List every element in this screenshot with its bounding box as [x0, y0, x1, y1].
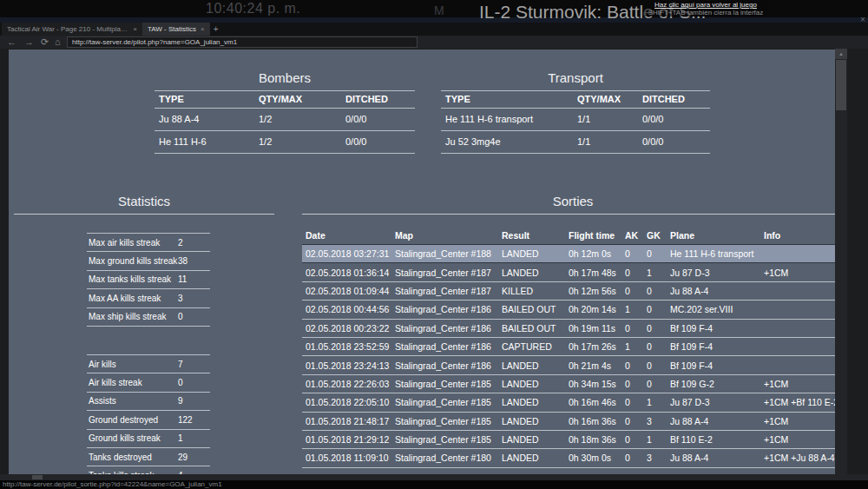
back-icon[interactable]: ←: [7, 36, 16, 49]
qty-max-value: 1/2: [254, 109, 341, 130]
forward-icon[interactable]: →: [24, 36, 34, 49]
sortie-ground-kills: 0: [647, 360, 670, 371]
stat-value: 1: [178, 433, 210, 443]
browser-viewport: Bombers TYPEQTY/MAXDITCHED Ju 88 A-4 1/2…: [0, 49, 868, 474]
sortie-date: 01.05.2018 21:48:17: [306, 416, 395, 426]
tab-taw-statistics[interactable]: TAW - Statistics ×: [142, 23, 210, 36]
bombers-row: He 111 H-6 1/2 0/0/0: [155, 131, 415, 154]
sortie-date: 02.05.2018 01:09:44: [306, 286, 395, 296]
horizontal-scrollbar-thumb[interactable]: [32, 475, 43, 479]
sortie-flight-time: 0h 17m 48s: [569, 268, 625, 278]
tab-close-icon[interactable]: ×: [201, 25, 205, 33]
qty-max-value: 1/1: [573, 131, 638, 153]
sortie-air-kills: 0: [625, 453, 647, 463]
scroll-up-icon[interactable]: ▲: [835, 49, 847, 59]
url-input[interactable]: http://taw-server.de/pilot.php?name=GOA_…: [67, 36, 418, 48]
stat-value: 7: [178, 360, 210, 369]
sortie-flight-time: 0h 19m 11s: [569, 323, 625, 334]
ditched-value: 0/0/0: [341, 131, 415, 153]
taw-pilot-page: Bombers TYPEQTY/MAXDITCHED Ju 88 A-4 1/2…: [9, 50, 844, 474]
sortie-info: +1CM: [764, 434, 844, 445]
sortie-plane: Ju 87 D-3: [670, 397, 764, 407]
sortie-result: LANDED: [502, 416, 569, 426]
column-header: Flight time: [569, 230, 625, 241]
sortie-ground-kills: 0: [647, 323, 670, 334]
sortie-result: LANDED: [502, 453, 569, 463]
horizontal-scrollbar[interactable]: [0, 474, 868, 480]
bombers-rows: Ju 88 A-4 1/2 0/0/0 He 111 H-6 1/2 0/0/0: [155, 109, 415, 154]
sortie-plane: Ju 87 D-3: [670, 268, 764, 278]
sortie-info: +1CM +Bf 110 E-2: [764, 397, 844, 407]
vertical-scrollbar-thumb[interactable]: [836, 60, 846, 110]
sortie-map: Stalingrad_Center #185: [395, 416, 502, 426]
sortie-ground-kills: 3: [647, 416, 670, 426]
sortie-air-kills: 0: [625, 379, 647, 389]
statistics-row: Air kills 7: [87, 355, 210, 373]
refresh-icon[interactable]: ⟳: [41, 36, 49, 49]
sortie-result: CAPTURED: [502, 341, 569, 352]
bombers-row: Ju 88 A-4 1/2 0/0/0: [155, 109, 415, 131]
sortie-row[interactable]: 02.05.2018 00:44:56 Stalingrad_Center #1…: [302, 301, 844, 319]
statistics-row: Max tanks kills streak 11: [87, 271, 210, 289]
return-to-game-link[interactable]: Haz clic aquí para volver al juego: [644, 1, 767, 9]
sortie-ground-kills: 1: [647, 397, 670, 407]
sortie-row[interactable]: 01.05.2018 11:09:10 Stalingrad_Center #1…: [302, 449, 844, 467]
bombers-header-row: TYPEQTY/MAXDITCHED: [155, 90, 415, 109]
sortie-result: LANDED: [502, 434, 569, 445]
sortie-date: 02.05.2018 00:23:22: [306, 323, 395, 334]
sortie-row[interactable]: 01.05.2018 23:24:13 Stalingrad_Center #1…: [302, 356, 844, 374]
new-tab-button[interactable]: +: [210, 24, 222, 34]
sortie-air-kills: 1: [625, 304, 647, 314]
stat-label: Max air kills streak: [89, 238, 178, 248]
stat-value: 11: [178, 274, 210, 284]
sortie-row[interactable]: 01.05.2018 21:29:12 Stalingrad_Center #1…: [302, 431, 844, 449]
statistics-row: Tanks kills streak 4: [87, 466, 210, 474]
sortie-result: LANDED: [502, 248, 569, 259]
column-header: TYPE: [441, 91, 573, 108]
sortie-row[interactable]: 01.05.2018 22:05:10 Stalingrad_Center #1…: [302, 393, 844, 412]
stat-label: Ground destroyed: [89, 415, 178, 425]
sortie-row[interactable]: 02.05.2018 01:36:14 Stalingrad_Center #1…: [302, 263, 844, 281]
tab-tactical-air-war[interactable]: Tactical Air War - Page 210 - Multiplaye…: [2, 23, 142, 36]
sortie-plane: He 111 H-6 transport: [670, 248, 764, 259]
statistics-row: Max AA kills streak 3: [87, 289, 210, 307]
sortie-plane: Ju 88 A-4: [670, 453, 764, 463]
sortie-row[interactable]: 02.05.2018 00:23:22 Stalingrad_Center #1…: [302, 320, 844, 338]
column-header: Plane: [670, 230, 764, 241]
sortie-flight-time: 0h 16m 46s: [569, 397, 625, 407]
sortie-row[interactable]: 02.05.2018 01:09:44 Stalingrad_Center #1…: [302, 282, 844, 301]
stat-label: Max ship kills streak: [89, 312, 178, 321]
sortie-info: +1CM: [764, 416, 844, 426]
sortie-row[interactable]: 01.05.2018 22:26:03 Stalingrad_Center #1…: [302, 375, 844, 393]
sortie-date: 01.05.2018 23:52:59: [306, 341, 395, 352]
sortie-ground-kills: 1: [647, 434, 670, 445]
vertical-scrollbar[interactable]: ▲: [835, 49, 847, 474]
sortie-plane: Ju 88 A-4: [670, 416, 764, 426]
shift-tab-hint: SHIFT+TAB también cierra la interfaz: [644, 9, 767, 17]
stat-label: Max tanks kills streak: [89, 274, 178, 284]
system-clock: 10:40:24 p. m.: [206, 1, 300, 17]
sortie-map: Stalingrad_Center #186: [395, 304, 502, 314]
sorties-rows: 02.05.2018 03:27:31 Stalingrad_Center #1…: [302, 244, 844, 468]
sorties-table: DateMapResultFlight timeAKGKPlaneInfo 02…: [302, 222, 844, 468]
ditched-value: 0/0/0: [638, 109, 710, 130]
sortie-row[interactable]: 01.05.2018 23:52:59 Stalingrad_Center #1…: [302, 338, 844, 356]
sortie-ground-kills: 0: [647, 286, 670, 296]
tab-close-icon[interactable]: ×: [133, 25, 137, 33]
home-icon[interactable]: ⌂: [55, 36, 61, 49]
overlay-hint-block: Haz clic aquí para volver al juego SHIFT…: [644, 1, 767, 17]
sorties-header-row: DateMapResultFlight timeAKGKPlaneInfo: [302, 222, 844, 245]
sortie-map: Stalingrad_Center #187: [395, 268, 502, 278]
sortie-plane: MC.202 ser.VIII: [670, 304, 764, 314]
sortie-date: 01.05.2018 22:26:03: [306, 379, 395, 389]
stat-value: 29: [178, 453, 210, 462]
close-icon[interactable]: ×: [860, 15, 865, 24]
plane-type: Ju 88 A-4: [155, 109, 254, 130]
sortie-info: +1CM: [764, 268, 844, 278]
sortie-flight-time: 0h 16m 36s: [569, 416, 625, 426]
statistics-row: Tanks destroyed 29: [87, 448, 210, 466]
stat-value: 0: [178, 312, 210, 321]
sortie-row[interactable]: 01.05.2018 21:48:17 Stalingrad_Center #1…: [302, 413, 844, 431]
sortie-row[interactable]: 02.05.2018 03:27:31 Stalingrad_Center #1…: [302, 244, 844, 263]
sortie-air-kills: 0: [625, 268, 647, 278]
